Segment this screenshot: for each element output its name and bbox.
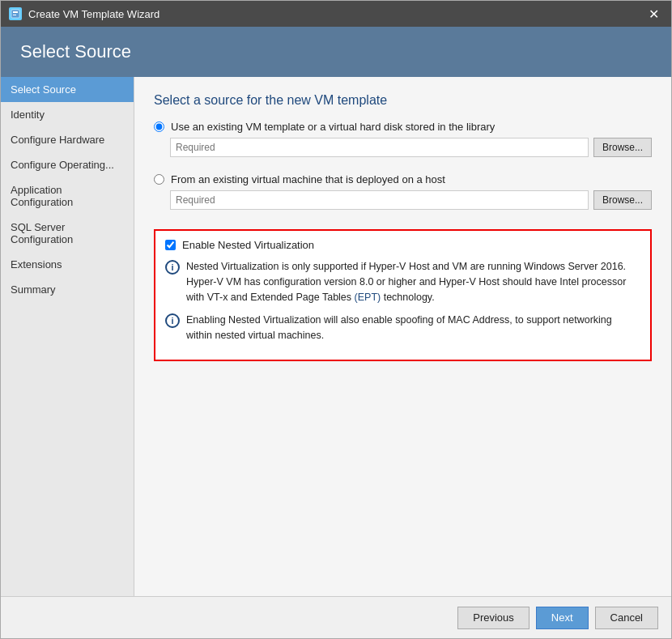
option2-radio[interactable] [154, 174, 164, 185]
option1-browse-button[interactable]: Browse... [593, 138, 652, 157]
option2-group: From an existing virtual machine that is… [154, 173, 652, 219]
nested-virt-header: Enable Nested Virtualization [165, 239, 640, 251]
nested-virtualization-panel: Enable Nested Virtualization i Nested Vi… [154, 229, 652, 361]
option2-label[interactable]: From an existing virtual machine that is… [171, 173, 445, 185]
sidebar-item-application-configuration[interactable]: Application Configuration [1, 177, 134, 215]
sidebar-item-configure-operating[interactable]: Configure Operating... [1, 152, 134, 177]
sidebar-item-identity[interactable]: Identity [1, 102, 134, 127]
option2-input[interactable] [170, 190, 589, 210]
info-icon-1: i [165, 260, 180, 275]
nested-virt-checkbox[interactable] [165, 240, 176, 250]
close-button[interactable]: ✕ [644, 4, 663, 23]
sidebar-item-select-source[interactable]: Select Source [1, 77, 134, 102]
option1-input-row: Browse... [170, 138, 652, 157]
option1-radio-row: Use an existing VM template or a virtual… [154, 121, 652, 133]
wizard-window: Create VM Template Wizard ✕ Select Sourc… [0, 0, 672, 639]
info-icon-2: i [165, 313, 180, 328]
option2-radio-row: From an existing virtual machine that is… [154, 173, 652, 185]
sidebar-item-summary[interactable]: Summary [1, 277, 134, 302]
section-title: Select a source for the new VM template [154, 93, 652, 108]
svg-rect-0 [11, 10, 19, 18]
window-title: Create VM Template Wizard [28, 8, 644, 20]
info-text-2: Enabling Nested Virtualization will also… [186, 313, 640, 343]
wizard-footer: Previous Next Cancel [1, 596, 671, 638]
option1-input[interactable] [170, 138, 589, 157]
next-button[interactable]: Next [536, 607, 589, 629]
sidebar-item-configure-hardware[interactable]: Configure Hardware [1, 127, 134, 152]
svg-rect-2 [13, 15, 16, 15]
cancel-button[interactable]: Cancel [595, 607, 658, 629]
info-row-1: i Nested Virtualization is only supporte… [165, 259, 640, 305]
content-area: Select Source Identity Configure Hardwar… [1, 77, 671, 596]
option2-input-row: Browse... [170, 190, 652, 210]
info-row-2: i Enabling Nested Virtualization will al… [165, 313, 640, 343]
title-bar: Create VM Template Wizard ✕ [1, 1, 671, 27]
svg-rect-1 [13, 11, 18, 13]
sidebar-item-extensions[interactable]: Extensions [1, 252, 134, 277]
previous-button[interactable]: Previous [457, 607, 530, 629]
option2-browse-button[interactable]: Browse... [593, 190, 652, 210]
main-panel: Select a source for the new VM template … [134, 77, 671, 596]
window-icon [9, 7, 22, 20]
sidebar: Select Source Identity Configure Hardwar… [1, 77, 134, 596]
wizard-header-title: Select Source [20, 41, 652, 62]
option1-group: Use an existing VM template or a virtual… [154, 121, 652, 167]
sidebar-item-sql-server-configuration[interactable]: SQL Server Configuration [1, 215, 134, 252]
wizard-header: Select Source [1, 27, 671, 77]
option1-label[interactable]: Use an existing VM template or a virtual… [171, 121, 495, 133]
option1-radio[interactable] [154, 121, 164, 132]
info-text-1: Nested Virtualization is only supported … [186, 259, 640, 305]
nested-virt-checkbox-label[interactable]: Enable Nested Virtualization [182, 239, 314, 251]
